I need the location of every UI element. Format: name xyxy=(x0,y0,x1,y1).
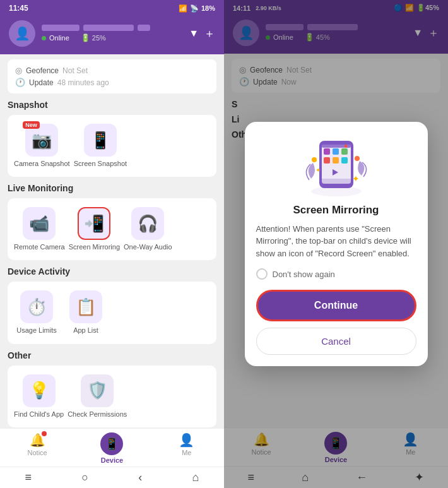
find-child-app-item[interactable]: 💡 Find Child's App xyxy=(14,374,64,419)
modal-checkbox-row[interactable]: Don't show again xyxy=(256,268,416,280)
modal-desc: Attention! When parents use "Screen Mirr… xyxy=(256,223,416,260)
home-btn-left[interactable]: ○ xyxy=(81,471,88,484)
device-label-left: Device xyxy=(101,456,123,464)
device-activity-section: Device Activity ⏱️ Usage Limits 📋 App Li… xyxy=(8,266,216,343)
svg-rect-10 xyxy=(341,157,348,164)
usage-limits-icon-box: ⏱️ xyxy=(20,290,53,323)
me-icon-left: 👤 xyxy=(179,432,194,448)
check-permissions-item[interactable]: 🛡️ Check Permissions xyxy=(68,374,127,419)
device-activity-grid: ⏱️ Usage Limits 📋 App List xyxy=(14,290,210,335)
green-dot-left xyxy=(42,36,46,40)
battery-left: 18% xyxy=(201,4,215,12)
online-label-left: Online xyxy=(49,34,69,42)
svg-rect-5 xyxy=(324,148,330,155)
me-label-left: Me xyxy=(182,449,191,456)
app-list-label: App List xyxy=(73,326,98,335)
usage-limits-item[interactable]: ⏱️ Usage Limits xyxy=(14,290,59,335)
screen-mirroring-item[interactable]: 📲 Screen Mirroring xyxy=(69,207,120,251)
svg-rect-8 xyxy=(324,157,330,164)
other-grid-left: 💡 Find Child's App 🛡️ Check Permissions xyxy=(14,374,210,419)
live-monitoring-section: Live Monitoring 📹 Remote Camera 📲 Screen… xyxy=(8,183,216,260)
add-icon-left[interactable]: ＋ xyxy=(204,26,215,41)
live-monitoring-card: 📹 Remote Camera 📲 Screen Mirroring 🎧 One… xyxy=(8,198,216,260)
svg-point-1 xyxy=(312,157,317,162)
cancel-button[interactable]: Cancel xyxy=(256,328,416,355)
camera-snapshot-label: Camera Snapshot xyxy=(14,160,70,168)
live-monitoring-title: Live Monitoring xyxy=(8,183,216,193)
geofence-icon-left: ◎ xyxy=(15,66,22,75)
battery-info-left: 🔋 25% xyxy=(81,33,106,42)
modal-illustration: ✦ ✦ xyxy=(256,134,416,198)
find-child-app-label: Find Child's App xyxy=(14,410,64,419)
name-ph2 xyxy=(83,25,134,31)
battery-pct-left: 25% xyxy=(92,34,106,42)
camera-snapshot-wrapper: New 📷 xyxy=(25,124,58,157)
camera-snapshot-item[interactable]: New 📷 Camera Snapshot xyxy=(14,124,70,168)
svg-text:✦: ✦ xyxy=(315,167,321,174)
check-permissions-label: Check Permissions xyxy=(68,410,127,419)
svg-rect-7 xyxy=(341,148,348,155)
live-monitoring-grid: 📹 Remote Camera 📲 Screen Mirroring 🎧 One… xyxy=(14,207,210,251)
name-ph3 xyxy=(138,25,150,31)
back-btn-left[interactable]: ‹ xyxy=(138,471,142,484)
device-name-bar xyxy=(42,25,182,31)
info-row-left: ◎ Geofence Not Set 🕐 Update 48 minutes a… xyxy=(8,59,216,93)
snapshot-grid: New 📷 Camera Snapshot 📱 Screen Snapshot xyxy=(14,124,210,168)
nav-notice-left[interactable]: 🔔 Notice xyxy=(18,432,56,464)
one-way-audio-item[interactable]: 🎧 One-Way Audio xyxy=(124,207,172,251)
continue-label: Continue xyxy=(314,300,358,311)
svg-rect-6 xyxy=(333,148,339,155)
remote-camera-label: Remote Camera xyxy=(14,243,65,251)
one-way-audio-label: One-Way Audio xyxy=(124,243,172,251)
dropdown-icon-left[interactable]: ▼ xyxy=(189,28,199,39)
other-card-left: 💡 Find Child's App 🛡️ Check Permissions xyxy=(8,366,216,427)
one-way-audio-icon-box: 🎧 xyxy=(131,207,164,240)
update-value-left: 48 minutes ago xyxy=(57,78,109,87)
dont-show-checkbox[interactable] xyxy=(256,268,268,280)
modal-overlay: ✦ ✦ Screen Mirroring Attention! When par… xyxy=(224,0,448,488)
screen-snapshot-icon-box: 📱 xyxy=(84,124,117,157)
cancel-label: Cancel xyxy=(321,336,351,347)
signal-icon: 📡 xyxy=(190,4,199,13)
remote-camera-item[interactable]: 📹 Remote Camera xyxy=(14,207,65,251)
notice-icon-wrapper-left: 🔔 xyxy=(30,432,45,448)
find-child-app-icon-box: 💡 xyxy=(23,374,56,407)
wifi-icon: 📶 xyxy=(179,4,187,13)
continue-button[interactable]: Continue xyxy=(256,290,416,321)
snapshot-card: New 📷 Camera Snapshot 📱 Screen Snapshot xyxy=(8,115,216,177)
header-info-left: Online 🔋 25% xyxy=(42,25,182,42)
screen-snapshot-item[interactable]: 📱 Screen Snapshot xyxy=(74,124,127,168)
geofence-row-left: ◎ Geofence Not Set xyxy=(15,64,209,76)
right-panel: 14:11 2.90 KB/s 🔵 📶 🔋45% 👤 Online xyxy=(224,0,448,488)
geofence-value-left: Not Set xyxy=(62,66,88,75)
update-icon-left: 🕐 xyxy=(15,78,25,87)
app-list-item[interactable]: 📋 App List xyxy=(63,290,109,335)
nav-device-left[interactable]: 📱 Device xyxy=(93,432,131,464)
app-list-icon-box: 📋 xyxy=(69,290,102,323)
dont-show-label: Don't show again xyxy=(273,270,335,279)
avatar-left: 👤 xyxy=(9,20,35,47)
scroll-content-left[interactable]: ◎ Geofence Not Set 🕐 Update 48 minutes a… xyxy=(0,54,224,428)
bottom-nav-left: 🔔 Notice 📱 Device 👤 Me xyxy=(0,428,224,467)
modal-title: Screen Mirroring xyxy=(256,204,416,217)
nav-me-left[interactable]: 👤 Me xyxy=(168,432,206,464)
name-ph1 xyxy=(42,25,80,31)
device-activity-title: Device Activity xyxy=(8,266,216,277)
menu-btn-left[interactable]: ≡ xyxy=(25,471,32,484)
other-title-left: Other xyxy=(8,350,216,360)
overview-btn-left[interactable]: ⌂ xyxy=(192,471,199,484)
svg-rect-14 xyxy=(322,179,351,184)
device-icon-left: 📱 xyxy=(100,432,123,455)
geofence-label-left: Geofence xyxy=(26,66,59,75)
online-status-left: Online xyxy=(42,34,69,42)
svg-text:✦: ✦ xyxy=(352,174,360,184)
header-left: 👤 Online 🔋 25% ▼ ＋ xyxy=(0,15,224,54)
remote-camera-icon-box: 📹 xyxy=(23,207,56,240)
left-panel: 11:45 📶 📡 18% 👤 Online 🔋 xyxy=(0,0,224,488)
svg-point-2 xyxy=(355,156,360,161)
svg-rect-9 xyxy=(333,157,339,164)
system-bar-left: ≡ ○ ‹ ⌂ xyxy=(0,467,224,488)
screen-snapshot-label: Screen Snapshot xyxy=(74,160,127,168)
screen-mirroring-label: Screen Mirroring xyxy=(69,243,120,251)
battery-icon-left: 🔋 xyxy=(81,33,90,42)
